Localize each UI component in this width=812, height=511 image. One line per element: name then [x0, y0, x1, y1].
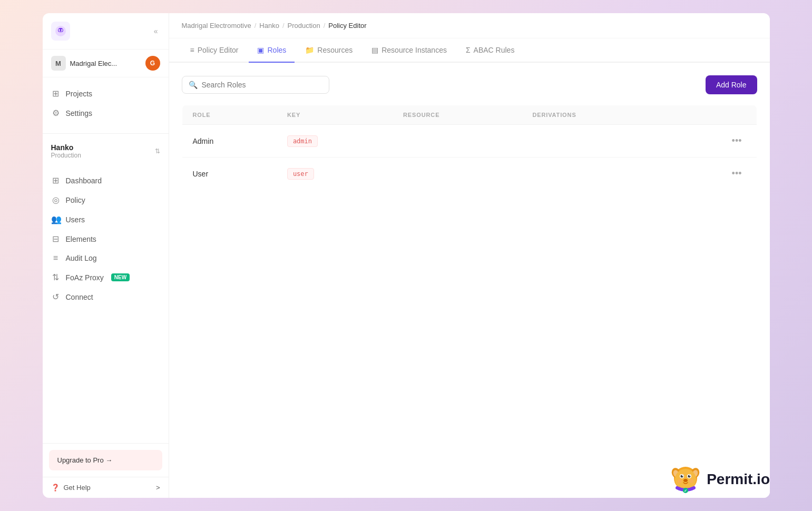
sidebar-item-label: Connect — [66, 293, 93, 301]
tab-resource-instances[interactable]: ▤ Resource Instances — [363, 38, 455, 63]
role-resource — [393, 125, 522, 158]
env-nav: ⊞ Dashboard ◎ Policy 👥 Users ⊟ Elements … — [43, 164, 169, 313]
col-derivations-header: DERIVATIONS — [522, 105, 667, 125]
content-area: 🔍 Add Role ROLE KEY RESOURCE DERIVATIONS — [169, 63, 770, 498]
policy-icon: ◎ — [51, 195, 61, 205]
sidebar-item-dashboard[interactable]: ⊞ Dashboard — [43, 171, 169, 190]
breadcrumb: Madrigal Electromotive / Hanko / Product… — [169, 13, 770, 38]
sidebar-item-label: Settings — [66, 109, 93, 117]
foaz-proxy-icon: ⇅ — [51, 272, 61, 282]
breadcrumb-production[interactable]: Production — [288, 22, 320, 30]
top-nav: ⊞ Projects ⚙ Settings — [43, 77, 169, 129]
tab-resource-instances-label: Resource Instances — [381, 46, 447, 54]
role-name: User — [182, 158, 277, 190]
roles-table: ROLE KEY RESOURCE DERIVATIONS Admin admi… — [182, 105, 757, 190]
sidebar-footer: Upgrade to Pro → — [43, 443, 169, 477]
elements-icon: ⊟ — [51, 234, 61, 244]
toolbar: 🔍 Add Role — [182, 75, 757, 94]
abac-rules-tab-icon: Σ — [466, 46, 471, 54]
workspace-icon: M — [51, 56, 66, 71]
sidebar-item-connect[interactable]: ↺ Connect — [43, 287, 169, 307]
breadcrumb-hanko[interactable]: Hanko — [259, 22, 279, 30]
workspace-name: Madrigal Elec... — [70, 60, 141, 67]
tab-roles[interactable]: ▣ Roles — [249, 38, 295, 63]
more-actions-button[interactable]: ••• — [728, 166, 746, 181]
connect-icon: ↺ — [51, 292, 61, 302]
tabs-bar: ≡ Policy Editor ▣ Roles 📁 Resources ▤ Re… — [169, 38, 770, 63]
roles-tab-icon: ▣ — [257, 46, 264, 54]
sidebar-item-label: Audit Log — [66, 254, 97, 262]
key-badge: user — [287, 168, 314, 180]
breadcrumb-sep: / — [324, 22, 326, 30]
sidebar-item-label: FoAz Proxy — [66, 273, 104, 282]
svg-point-17 — [689, 479, 693, 483]
breadcrumb-current: Policy Editor — [328, 22, 366, 30]
collapse-button[interactable]: « — [152, 25, 160, 37]
more-actions-button[interactable]: ••• — [728, 133, 746, 149]
sidebar-item-projects[interactable]: ⊞ Projects — [43, 84, 169, 103]
tab-resources-label: Resources — [317, 46, 353, 54]
sidebar-item-elements[interactable]: ⊟ Elements — [43, 229, 169, 249]
sidebar-header: « — [43, 13, 169, 50]
tab-abac-rules[interactable]: Σ ABAC Rules — [457, 38, 523, 63]
breadcrumb-sep: / — [255, 22, 257, 30]
role-name: Admin — [182, 125, 277, 158]
permitio-brand: ✓ Permit.io — [670, 464, 770, 495]
tab-abac-rules-label: ABAC Rules — [474, 46, 515, 54]
sidebar-item-label: Users — [66, 215, 85, 224]
sidebar-item-label: Policy — [66, 196, 85, 204]
col-role-header: ROLE — [182, 105, 277, 125]
search-input[interactable] — [202, 81, 322, 89]
sidebar-item-label: Dashboard — [66, 176, 102, 185]
sidebar-item-label: Projects — [66, 90, 93, 98]
search-box: 🔍 — [182, 76, 329, 94]
svg-point-11 — [681, 475, 683, 478]
workspace-selector[interactable]: M Madrigal Elec... G — [43, 50, 169, 77]
chevron-right-icon: > — [156, 484, 160, 492]
add-role-button[interactable]: Add Role — [706, 75, 757, 94]
logo-area — [51, 22, 70, 41]
policy-editor-tab-icon: ≡ — [190, 46, 194, 54]
role-derivations — [522, 158, 667, 190]
env-name: Hanko — [51, 143, 81, 152]
tab-roles-label: Roles — [267, 46, 286, 54]
sidebar-item-label: Elements — [66, 235, 96, 243]
sidebar-item-audit-log[interactable]: ≡ Audit Log — [43, 249, 169, 268]
upgrade-to-pro-button[interactable]: Upgrade to Pro → — [49, 450, 162, 470]
svg-point-12 — [688, 475, 691, 478]
tab-resources[interactable]: 📁 Resources — [297, 38, 361, 63]
role-resource — [393, 158, 522, 190]
settings-icon: ⚙ — [51, 108, 61, 118]
get-help-label: Get Help — [64, 484, 91, 492]
new-badge: NEW — [111, 273, 130, 281]
svg-point-15 — [683, 479, 688, 482]
sidebar: « M Madrigal Elec... G ⊞ Projects ⚙ Sett… — [43, 13, 169, 498]
sidebar-item-policy[interactable]: ◎ Policy — [43, 190, 169, 210]
env-selector[interactable]: Hanko Production ⇅ — [43, 138, 169, 164]
svg-text:✓: ✓ — [684, 489, 687, 493]
breadcrumb-sep: / — [282, 22, 285, 30]
tab-policy-editor-label: Policy Editor — [198, 46, 239, 54]
svg-point-2 — [61, 30, 63, 31]
projects-icon: ⊞ — [51, 89, 61, 99]
col-actions-header — [668, 105, 757, 125]
env-label: Production — [51, 152, 81, 159]
tab-policy-editor[interactable]: ≡ Policy Editor — [182, 38, 247, 63]
key-badge: admin — [287, 135, 318, 147]
get-help-item[interactable]: ❓ Get Help > — [43, 477, 169, 498]
search-icon: 🔍 — [189, 81, 198, 89]
sidebar-item-foaz-proxy[interactable]: ⇅ FoAz Proxy NEW — [43, 268, 169, 287]
breadcrumb-madrigal[interactable]: Madrigal Electromotive — [182, 22, 251, 30]
chevron-down-icon: ⇅ — [155, 148, 160, 155]
help-icon: ❓ — [51, 484, 60, 492]
svg-point-14 — [689, 475, 690, 476]
sidebar-item-settings[interactable]: ⚙ Settings — [43, 103, 169, 123]
resources-tab-icon: 📁 — [305, 46, 314, 54]
row-actions: ••• — [668, 125, 757, 158]
sidebar-divider — [43, 133, 169, 134]
svg-point-1 — [58, 30, 60, 31]
app-logo — [51, 22, 70, 41]
sidebar-item-users[interactable]: 👥 Users — [43, 210, 169, 229]
dashboard-icon: ⊞ — [51, 175, 61, 185]
role-key: user — [277, 158, 393, 190]
